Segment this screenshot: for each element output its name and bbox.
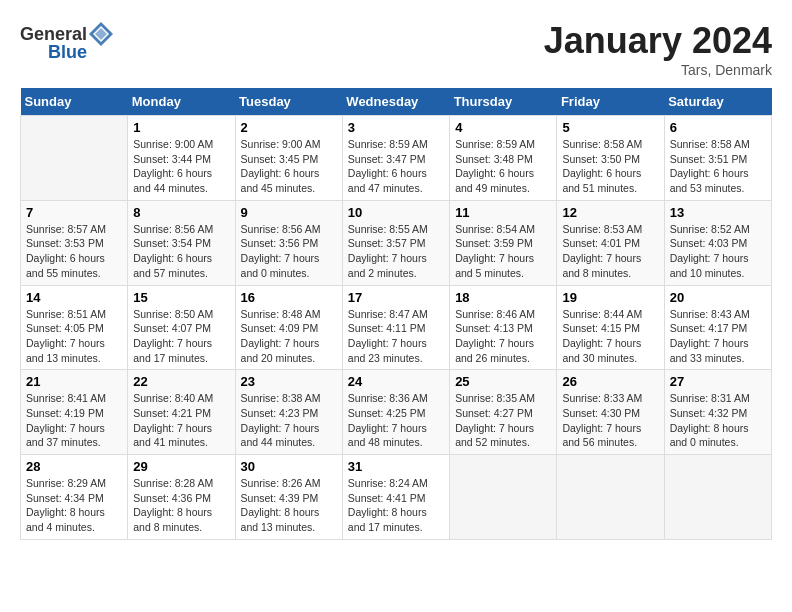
day-number: 24 bbox=[348, 374, 444, 389]
day-number: 22 bbox=[133, 374, 229, 389]
day-info: Sunrise: 9:00 AMSunset: 3:44 PMDaylight:… bbox=[133, 137, 229, 196]
calendar-cell: 5Sunrise: 8:58 AMSunset: 3:50 PMDaylight… bbox=[557, 116, 664, 201]
day-info: Sunrise: 8:52 AMSunset: 4:03 PMDaylight:… bbox=[670, 222, 766, 281]
calendar-cell: 26Sunrise: 8:33 AMSunset: 4:30 PMDayligh… bbox=[557, 370, 664, 455]
day-number: 25 bbox=[455, 374, 551, 389]
day-info: Sunrise: 8:48 AMSunset: 4:09 PMDaylight:… bbox=[241, 307, 337, 366]
day-number: 28 bbox=[26, 459, 122, 474]
day-number: 31 bbox=[348, 459, 444, 474]
day-info: Sunrise: 8:51 AMSunset: 4:05 PMDaylight:… bbox=[26, 307, 122, 366]
calendar-cell: 30Sunrise: 8:26 AMSunset: 4:39 PMDayligh… bbox=[235, 455, 342, 540]
calendar-cell bbox=[664, 455, 771, 540]
calendar-cell: 14Sunrise: 8:51 AMSunset: 4:05 PMDayligh… bbox=[21, 285, 128, 370]
day-number: 5 bbox=[562, 120, 658, 135]
calendar-cell: 27Sunrise: 8:31 AMSunset: 4:32 PMDayligh… bbox=[664, 370, 771, 455]
day-number: 15 bbox=[133, 290, 229, 305]
calendar-cell: 18Sunrise: 8:46 AMSunset: 4:13 PMDayligh… bbox=[450, 285, 557, 370]
calendar-cell: 3Sunrise: 8:59 AMSunset: 3:47 PMDaylight… bbox=[342, 116, 449, 201]
day-info: Sunrise: 8:44 AMSunset: 4:15 PMDaylight:… bbox=[562, 307, 658, 366]
day-number: 8 bbox=[133, 205, 229, 220]
day-number: 2 bbox=[241, 120, 337, 135]
day-number: 14 bbox=[26, 290, 122, 305]
calendar-header-saturday: Saturday bbox=[664, 88, 771, 116]
day-info: Sunrise: 8:56 AMSunset: 3:54 PMDaylight:… bbox=[133, 222, 229, 281]
day-info: Sunrise: 8:24 AMSunset: 4:41 PMDaylight:… bbox=[348, 476, 444, 535]
day-number: 9 bbox=[241, 205, 337, 220]
day-number: 13 bbox=[670, 205, 766, 220]
day-info: Sunrise: 8:54 AMSunset: 3:59 PMDaylight:… bbox=[455, 222, 551, 281]
calendar-cell: 8Sunrise: 8:56 AMSunset: 3:54 PMDaylight… bbox=[128, 200, 235, 285]
calendar-cell: 16Sunrise: 8:48 AMSunset: 4:09 PMDayligh… bbox=[235, 285, 342, 370]
day-info: Sunrise: 8:26 AMSunset: 4:39 PMDaylight:… bbox=[241, 476, 337, 535]
day-number: 29 bbox=[133, 459, 229, 474]
day-info: Sunrise: 8:35 AMSunset: 4:27 PMDaylight:… bbox=[455, 391, 551, 450]
day-info: Sunrise: 8:55 AMSunset: 3:57 PMDaylight:… bbox=[348, 222, 444, 281]
calendar-cell bbox=[21, 116, 128, 201]
calendar-cell: 6Sunrise: 8:58 AMSunset: 3:51 PMDaylight… bbox=[664, 116, 771, 201]
calendar-cell: 23Sunrise: 8:38 AMSunset: 4:23 PMDayligh… bbox=[235, 370, 342, 455]
day-info: Sunrise: 8:28 AMSunset: 4:36 PMDaylight:… bbox=[133, 476, 229, 535]
calendar-header-thursday: Thursday bbox=[450, 88, 557, 116]
day-number: 12 bbox=[562, 205, 658, 220]
day-number: 26 bbox=[562, 374, 658, 389]
day-number: 1 bbox=[133, 120, 229, 135]
calendar-cell: 21Sunrise: 8:41 AMSunset: 4:19 PMDayligh… bbox=[21, 370, 128, 455]
day-number: 30 bbox=[241, 459, 337, 474]
day-number: 6 bbox=[670, 120, 766, 135]
day-number: 11 bbox=[455, 205, 551, 220]
calendar-cell: 24Sunrise: 8:36 AMSunset: 4:25 PMDayligh… bbox=[342, 370, 449, 455]
day-info: Sunrise: 8:41 AMSunset: 4:19 PMDaylight:… bbox=[26, 391, 122, 450]
calendar-cell: 10Sunrise: 8:55 AMSunset: 3:57 PMDayligh… bbox=[342, 200, 449, 285]
day-info: Sunrise: 8:47 AMSunset: 4:11 PMDaylight:… bbox=[348, 307, 444, 366]
calendar-cell: 2Sunrise: 9:00 AMSunset: 3:45 PMDaylight… bbox=[235, 116, 342, 201]
logo: General Blue bbox=[20, 20, 115, 63]
day-info: Sunrise: 9:00 AMSunset: 3:45 PMDaylight:… bbox=[241, 137, 337, 196]
day-info: Sunrise: 8:43 AMSunset: 4:17 PMDaylight:… bbox=[670, 307, 766, 366]
day-number: 23 bbox=[241, 374, 337, 389]
day-number: 7 bbox=[26, 205, 122, 220]
day-number: 27 bbox=[670, 374, 766, 389]
calendar-week-5: 28Sunrise: 8:29 AMSunset: 4:34 PMDayligh… bbox=[21, 455, 772, 540]
calendar-cell: 13Sunrise: 8:52 AMSunset: 4:03 PMDayligh… bbox=[664, 200, 771, 285]
calendar-header-friday: Friday bbox=[557, 88, 664, 116]
calendar-header-wednesday: Wednesday bbox=[342, 88, 449, 116]
day-number: 4 bbox=[455, 120, 551, 135]
calendar-cell: 11Sunrise: 8:54 AMSunset: 3:59 PMDayligh… bbox=[450, 200, 557, 285]
calendar-cell: 28Sunrise: 8:29 AMSunset: 4:34 PMDayligh… bbox=[21, 455, 128, 540]
day-number: 19 bbox=[562, 290, 658, 305]
day-info: Sunrise: 8:56 AMSunset: 3:56 PMDaylight:… bbox=[241, 222, 337, 281]
logo-icon bbox=[87, 20, 115, 48]
calendar-cell: 29Sunrise: 8:28 AMSunset: 4:36 PMDayligh… bbox=[128, 455, 235, 540]
calendar-header-row: SundayMondayTuesdayWednesdayThursdayFrid… bbox=[21, 88, 772, 116]
day-info: Sunrise: 8:59 AMSunset: 3:48 PMDaylight:… bbox=[455, 137, 551, 196]
calendar-cell: 9Sunrise: 8:56 AMSunset: 3:56 PMDaylight… bbox=[235, 200, 342, 285]
calendar-header-monday: Monday bbox=[128, 88, 235, 116]
day-number: 16 bbox=[241, 290, 337, 305]
day-info: Sunrise: 8:50 AMSunset: 4:07 PMDaylight:… bbox=[133, 307, 229, 366]
day-info: Sunrise: 8:53 AMSunset: 4:01 PMDaylight:… bbox=[562, 222, 658, 281]
day-info: Sunrise: 8:58 AMSunset: 3:51 PMDaylight:… bbox=[670, 137, 766, 196]
calendar-cell: 22Sunrise: 8:40 AMSunset: 4:21 PMDayligh… bbox=[128, 370, 235, 455]
calendar-cell bbox=[450, 455, 557, 540]
day-number: 10 bbox=[348, 205, 444, 220]
calendar-week-2: 7Sunrise: 8:57 AMSunset: 3:53 PMDaylight… bbox=[21, 200, 772, 285]
day-number: 18 bbox=[455, 290, 551, 305]
logo-blue-text: Blue bbox=[48, 42, 87, 63]
calendar-cell: 20Sunrise: 8:43 AMSunset: 4:17 PMDayligh… bbox=[664, 285, 771, 370]
calendar-table: SundayMondayTuesdayWednesdayThursdayFrid… bbox=[20, 88, 772, 540]
day-info: Sunrise: 8:31 AMSunset: 4:32 PMDaylight:… bbox=[670, 391, 766, 450]
day-info: Sunrise: 8:33 AMSunset: 4:30 PMDaylight:… bbox=[562, 391, 658, 450]
day-info: Sunrise: 8:46 AMSunset: 4:13 PMDaylight:… bbox=[455, 307, 551, 366]
day-number: 17 bbox=[348, 290, 444, 305]
day-info: Sunrise: 8:58 AMSunset: 3:50 PMDaylight:… bbox=[562, 137, 658, 196]
calendar-cell: 7Sunrise: 8:57 AMSunset: 3:53 PMDaylight… bbox=[21, 200, 128, 285]
day-number: 3 bbox=[348, 120, 444, 135]
calendar-cell: 12Sunrise: 8:53 AMSunset: 4:01 PMDayligh… bbox=[557, 200, 664, 285]
calendar-cell: 31Sunrise: 8:24 AMSunset: 4:41 PMDayligh… bbox=[342, 455, 449, 540]
header: General Blue January 2024 Tars, Denmark bbox=[20, 20, 772, 78]
calendar-cell: 17Sunrise: 8:47 AMSunset: 4:11 PMDayligh… bbox=[342, 285, 449, 370]
calendar-cell bbox=[557, 455, 664, 540]
calendar-week-3: 14Sunrise: 8:51 AMSunset: 4:05 PMDayligh… bbox=[21, 285, 772, 370]
calendar-cell: 25Sunrise: 8:35 AMSunset: 4:27 PMDayligh… bbox=[450, 370, 557, 455]
day-info: Sunrise: 8:38 AMSunset: 4:23 PMDaylight:… bbox=[241, 391, 337, 450]
